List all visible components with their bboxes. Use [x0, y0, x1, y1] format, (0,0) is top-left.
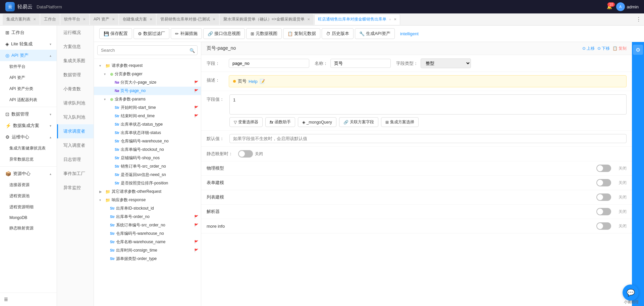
- sidebar-item-process-detail[interactable]: 进程资源明细: [0, 202, 57, 213]
- sidebar-item-process-pool[interactable]: 进程资源池: [0, 190, 57, 202]
- tree-row-page-size[interactable]: Nø 分页大小-page_size 🚩: [94, 78, 201, 87]
- tree-row-position[interactable]: Str 是否按照货位排序-position: [94, 179, 201, 187]
- tab-close-icon[interactable]: ✕: [307, 17, 310, 21]
- second-item-event-factory[interactable]: 事件加工厂: [57, 167, 94, 181]
- sidebar-item-api-assets-sub[interactable]: API 资产: [0, 72, 57, 83]
- sidebar-item-connectors[interactable]: 连接器资源: [0, 179, 57, 190]
- search-input[interactable]: [97, 45, 198, 55]
- tree-row-request[interactable]: ▾ 📁 请求参数-request: [94, 61, 201, 70]
- move-up-button[interactable]: ⊙ 上移: [582, 46, 595, 51]
- interface-info-button[interactable]: 🔗 接口信息视图: [203, 28, 245, 39]
- tree-row-order-no[interactable]: Str 出库单号-order_no 🚩: [94, 213, 201, 221]
- gear-settings-button[interactable]: ⚙: [633, 45, 643, 55]
- gen-api-button[interactable]: 🔧 生成API资产: [355, 28, 395, 39]
- tree-row-shop-nos[interactable]: Str 店铺编码号-shop_nos: [94, 154, 201, 162]
- help-link[interactable]: Help: [249, 79, 258, 84]
- tab-close-x-icon[interactable]: ✕: [394, 17, 396, 21]
- field-name-input[interactable]: [330, 59, 391, 68]
- tab-purchase-return[interactable]: 聚水潭采购退货单（确认）=>金蝶采购退货单 ✕: [220, 14, 314, 25]
- tab-close-icon[interactable]: ✕: [83, 17, 86, 21]
- func-helper-button[interactable]: fx 函数助手: [265, 117, 295, 127]
- default-value-input[interactable]: [229, 134, 627, 143]
- tree-row-consign-time[interactable]: Str 出库时间-consign_time 🚩: [94, 246, 201, 255]
- tab-create-integration[interactable]: 创建集成方案 ✕: [119, 14, 156, 25]
- copy-button[interactable]: 📋 复制: [612, 46, 627, 51]
- sidebar-item-mongodb[interactable]: MongoDB: [0, 213, 57, 223]
- tree-row-stockout-id[interactable]: Str 出库单ID-stockout_id: [94, 204, 201, 213]
- tree-row-warehouse-no[interactable]: Str 仓库编码号-warehouse_no: [94, 137, 201, 145]
- sidebar-item-health[interactable]: 集成方案健康状况表: [0, 143, 57, 154]
- toggle-bg[interactable]: [596, 208, 611, 215]
- tree-row-business-params[interactable]: ▾ ⊕ 业务参数-params: [94, 95, 201, 103]
- sidebar-item-ops[interactable]: ⚙ 运维中心 ▴: [0, 131, 57, 143]
- repair-button[interactable]: ✏ 补漏措施: [171, 28, 202, 39]
- second-item-request-scheduler[interactable]: 请求调度者: [57, 124, 94, 138]
- static-mapping-toggle[interactable]: 关闭: [238, 150, 263, 158]
- copy-data-button[interactable]: 📋 复制元数据: [283, 28, 320, 39]
- intelligent-button[interactable]: intelligent: [396, 29, 423, 38]
- second-item-write-scheduler[interactable]: 写入调度者: [57, 138, 94, 152]
- user-menu[interactable]: A admin: [616, 2, 639, 11]
- tree-row-pager[interactable]: ▾ ⊕ 分页参数-pager: [94, 70, 201, 78]
- chat-assistant-button[interactable]: 💬: [623, 285, 639, 301]
- toggle-bg[interactable]: [238, 150, 253, 158]
- sidebar-item-workbench[interactable]: ⊞ 工作台: [0, 27, 57, 38]
- sidebar-item-static-mapping[interactable]: 静态映射资源: [0, 223, 57, 234]
- tree-row-src-order[interactable]: Str 销售订单号-src_order_no: [94, 162, 201, 171]
- sidebar-item-api-assets[interactable]: ◎ API 资产 ▴: [0, 50, 57, 61]
- tree-row-warehouse-name[interactable]: Str 仓库名称-warehouse_name 🚩: [94, 238, 201, 246]
- tree-row-start-time[interactable]: Str 开始时间-start_time 🚩: [94, 103, 201, 112]
- move-down-button[interactable]: ⊙ 下移: [597, 46, 610, 51]
- second-item-run-overview[interactable]: 运行概况: [57, 26, 94, 40]
- var-selector-button[interactable]: ▽ 变量选择器: [229, 117, 263, 127]
- tab-wangdian-sales[interactable]: 旺店通销售出库单对接金蝶销售出库单 ○ ✕: [314, 14, 400, 25]
- second-item-write-queue[interactable]: 写入队列池: [57, 110, 94, 124]
- second-item-request-queue[interactable]: 请求队列池: [57, 96, 94, 110]
- sidebar-item-anomaly[interactable]: 异常数据总览: [0, 154, 57, 165]
- sidebar-item-api-classification[interactable]: API 资产分类: [0, 83, 57, 94]
- history-button[interactable]: ⏱ 历史版本: [322, 28, 354, 39]
- collapse-sidebar[interactable]: ☰: [0, 293, 57, 306]
- second-item-data-management[interactable]: 数据管理: [57, 68, 94, 82]
- related-field-button[interactable]: 🔗 关联方案字段: [339, 117, 378, 127]
- tab-software-platform[interactable]: 软件平台 ✕: [60, 14, 89, 25]
- tree-row-order-type[interactable]: Str 源单据类型-order_type: [94, 255, 201, 263]
- field-value-input[interactable]: [229, 59, 309, 68]
- tab-close-icon[interactable]: ✕: [33, 17, 36, 21]
- sidebar-item-resources[interactable]: 📦 资源中心 ▴: [0, 168, 57, 179]
- tree-row-other-request[interactable]: ▶ 📁 其它请求参数-otherRequest: [94, 187, 201, 196]
- form-model-toggle[interactable]: [596, 179, 611, 186]
- second-item-log-management[interactable]: 日志管理: [57, 152, 94, 167]
- integration-select-button[interactable]: ⊞ 集成方案选择: [381, 117, 419, 127]
- tab-close-icon[interactable]: ✕: [150, 17, 152, 21]
- parser-toggle[interactable]: [596, 208, 611, 215]
- save-config-button[interactable]: 💾 保存配置: [99, 28, 132, 39]
- physical-model-toggle[interactable]: [596, 165, 611, 172]
- data-filter-button[interactable]: ⚙ 数据过滤厂: [133, 28, 169, 39]
- mongo-query-button[interactable]: ◈ _mongoQuery: [298, 117, 336, 127]
- tree-row-sys-order[interactable]: Str 系统订单编号-src_order_no 🚩: [94, 221, 201, 229]
- toggle-bg[interactable]: [596, 179, 611, 186]
- tree-row-stockout-no[interactable]: Str 出库单编号-stockout_no: [94, 145, 201, 154]
- field-value-textarea[interactable]: 1: [229, 94, 627, 115]
- tree-row-res-warehouse[interactable]: Str 仓库编码号-warehouse_no: [94, 229, 201, 238]
- toggle-bg[interactable]: [596, 222, 611, 230]
- tree-row-page-no[interactable]: Nø 页号-page_no 🚩: [94, 87, 201, 95]
- meta-view-button[interactable]: ⊞ 元数据视图: [246, 28, 282, 39]
- sidebar-item-lite[interactable]: ◈ Lite 轻集成 ▾: [0, 38, 57, 50]
- sidebar-item-api-adapter[interactable]: API 适配器列表: [0, 94, 57, 105]
- toggle-bg[interactable]: [596, 165, 611, 172]
- tab-close-icon[interactable]: ○: [389, 17, 391, 21]
- tree-row-need-sn[interactable]: Str 是否返回sn信息-need_sn: [94, 171, 201, 179]
- toggle-bg[interactable]: [596, 193, 611, 201]
- second-item-anomaly-monitor[interactable]: 异常监控: [57, 181, 94, 195]
- tab-integration-list[interactable]: 集成方案列表 ✕: [3, 14, 40, 25]
- tree-row-response[interactable]: ▾ 📁 响应参数-response: [94, 196, 201, 204]
- tab-more-button[interactable]: ⋮: [636, 16, 641, 23]
- tab-workbench[interactable]: 工作台: [40, 14, 60, 25]
- tab-close-icon[interactable]: ✕: [213, 17, 215, 21]
- sidebar-item-data-management[interactable]: ⊡ 数据管理 ▾: [0, 108, 57, 120]
- sidebar-item-software-platform[interactable]: 软件平台: [0, 61, 57, 72]
- sidebar-item-data-integration[interactable]: ⚡ 数据集成方案 ▾: [0, 120, 57, 131]
- tree-row-end-time[interactable]: Str 结束时间-end_time 🚩: [94, 112, 201, 120]
